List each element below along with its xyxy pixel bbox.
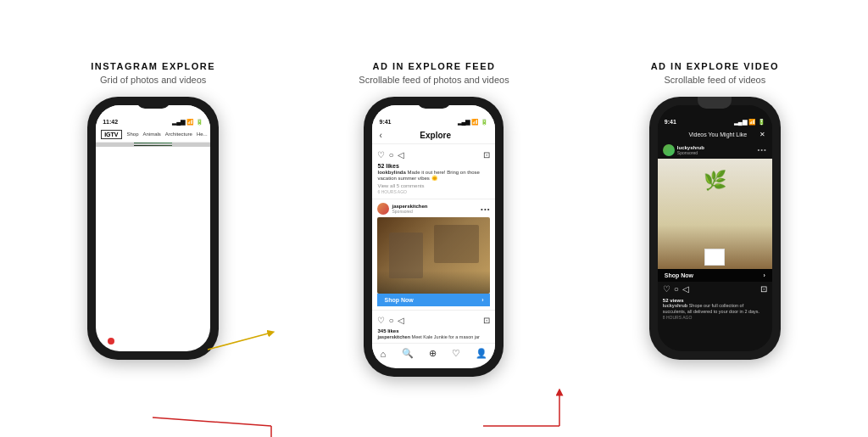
tab-more: He...: [197, 132, 208, 137]
battery-icon-feed: 🔋: [481, 119, 488, 126]
status-icons-video: ▂▄▆ 📶 🔋: [734, 119, 765, 126]
feed-title: Explore: [382, 131, 489, 140]
post-actions: ♡ ○ ◁ ⊡: [377, 148, 490, 162]
feed-post-content: ♡ ○ ◁ ⊡ 52 likes lookbylinda Made it out…: [372, 144, 495, 199]
wifi-icon-feed: 📶: [471, 119, 479, 126]
main-container: INSTAGRAM EXPLORE Grid of photos and vid…: [0, 44, 868, 394]
heart-icon[interactable]: ♡: [377, 150, 385, 160]
shop-now-bar[interactable]: Shop Now ›: [377, 294, 490, 306]
feed-bottom-actions: ♡ ○ ◁ ⊡ 345 likes jasperskitchen Meet Ka…: [372, 310, 495, 343]
post-action-left-2: ♡ ○ ◁: [377, 316, 403, 325]
plant-emoji: 🌿: [704, 170, 726, 192]
igtv-logo: IGTV: [101, 130, 121, 139]
search-nav-icon[interactable]: 🔍: [402, 348, 414, 359]
signal-icon-feed: ▂▄▆: [458, 119, 470, 126]
video-avatar: [663, 144, 675, 156]
video-header: Videos You Might Like ✕: [658, 127, 772, 142]
profile-nav-icon[interactable]: 👤: [476, 348, 487, 359]
shop-now-label: Shop Now: [384, 297, 413, 303]
close-icon[interactable]: ✕: [760, 131, 765, 138]
video-username[interactable]: luckyshrub: [677, 145, 704, 150]
video-caption: luckyshrub Shope our full collection of …: [663, 303, 767, 315]
video-more-icon[interactable]: •••: [757, 146, 766, 154]
sponsored-post: jasperskitchen Sponsored •••: [372, 199, 495, 310]
post-actions-2: ♡ ○ ◁ ⊡: [377, 313, 490, 328]
status-time-explore: 11:42: [103, 119, 118, 125]
home-nav-icon[interactable]: ⌂: [381, 349, 387, 359]
tab-architecture[interactable]: Architecture: [165, 132, 192, 137]
bookmark-icon-2[interactable]: ⊡: [483, 316, 490, 325]
video-sponsored-text: Sponsored: [677, 150, 704, 155]
video-action-left: ♡ ○ ◁: [663, 284, 689, 294]
video-post-actions: ♡ ○ ◁ ⊡: [658, 282, 772, 296]
explore-photo-grid: [96, 143, 210, 147]
share-icon[interactable]: ◁: [398, 150, 404, 160]
comment-icon[interactable]: ○: [388, 150, 393, 160]
notch-explore: [136, 97, 170, 109]
tab-shop[interactable]: Shop: [127, 132, 139, 137]
video-comment-icon[interactable]: ○: [674, 284, 679, 294]
share-icon-2[interactable]: ◁: [398, 316, 404, 325]
red-dot-indicator: [108, 338, 114, 345]
shop-now-arrow: ›: [481, 297, 483, 303]
video-header-title: Videos You Might Like: [676, 132, 760, 137]
post-likes: 52 likes: [377, 163, 490, 169]
video-shop-now-label: Shop Now: [665, 272, 693, 278]
add-nav-icon[interactable]: ⊕: [429, 348, 437, 359]
post-time: 6 HOURS AGO: [377, 189, 490, 194]
video-user-text: luckyshrub Sponsored: [677, 145, 704, 155]
bottom-nav: ⌂ 🔍 ⊕ ♡ 👤: [372, 343, 495, 363]
heart-nav-icon[interactable]: ♡: [452, 348, 460, 359]
section-subtitle-feed: Scrollable feed of photos and videos: [359, 75, 509, 85]
sponsored-info: jasperskitchen Sponsored: [377, 203, 427, 215]
plant-pot: [704, 249, 725, 266]
sponsored-text: jasperskitchen Sponsored: [392, 204, 427, 214]
post-action-left: ♡ ○ ◁: [377, 150, 403, 160]
sections-wrapper: INSTAGRAM EXPLORE Grid of photos and vid…: [25, 61, 843, 377]
feed-caption-text-2: Meet Kale Junkie for a mason jar: [412, 334, 480, 339]
section-ad-explore-video: AD IN EXPLORE VIDEO Scrollable feed of v…: [587, 61, 843, 360]
bookmark-icon[interactable]: ⊡: [483, 150, 490, 160]
video-heart-icon[interactable]: ♡: [663, 284, 670, 294]
signal-icon-video: ▂▄▆: [734, 119, 747, 126]
feed-username-2: jasperskitchen: [377, 334, 410, 339]
grid-cell-10[interactable]: [134, 145, 171, 146]
sponsored-image: [377, 217, 490, 294]
feed-caption-2: jasperskitchen Meet Kale Junkie for a ma…: [377, 334, 490, 339]
phone-inner-explore: 11:42 ▂▄▆ 📶 🔋 IGTV Shop Animals: [96, 105, 210, 351]
phone-feed: 9:41 ▂▄▆ 📶 🔋 ‹ Explore: [364, 97, 504, 377]
post-caption: lookbylinda Made it out here! Bring on t…: [377, 170, 490, 183]
video-shop-now-bar[interactable]: Shop Now ›: [658, 269, 772, 282]
battery-icon: 🔋: [196, 119, 203, 126]
grid-cell-2[interactable]: [134, 143, 171, 143]
tab-animals[interactable]: Animals: [143, 132, 161, 137]
post-username: lookbylinda: [377, 170, 405, 175]
video-post-info: 52 views luckyshrub Shope our full colle…: [658, 296, 772, 322]
status-time-feed: 9:41: [379, 119, 391, 125]
comment-icon-2[interactable]: ○: [388, 316, 393, 325]
status-icons-explore: ▂▄▆ 📶 🔋: [172, 119, 203, 126]
video-shop-now-arrow: ›: [763, 272, 765, 278]
heart-icon-2[interactable]: ♡: [377, 316, 385, 325]
video-time: 8 HOURS AGO: [663, 315, 767, 320]
phone-inner-video: 9:41 ▂▄▆ 📶 🔋 Videos You Might Like ✕: [658, 105, 772, 351]
battery-icon-video: 🔋: [758, 119, 765, 126]
sponsored-label: Sponsored: [392, 209, 427, 214]
video-bookmark-icon[interactable]: ⊡: [760, 284, 767, 294]
section-instagram-explore: INSTAGRAM EXPLORE Grid of photos and vid…: [25, 61, 281, 360]
section-title-feed: AD IN EXPLORE FEED: [373, 61, 496, 71]
explore-nav: IGTV Shop Animals Architecture He...: [96, 127, 210, 143]
phone-explore: 11:42 ▂▄▆ 📶 🔋 IGTV Shop Animals: [87, 97, 219, 360]
section-title-explore: INSTAGRAM EXPLORE: [91, 61, 215, 71]
section-ad-explore-feed: AD IN EXPLORE FEED Scrollable feed of ph…: [306, 61, 561, 377]
video-share-icon[interactable]: ◁: [682, 284, 689, 294]
sponsored-more-icon[interactable]: •••: [481, 205, 490, 213]
phone-video: 9:41 ▂▄▆ 📶 🔋 Videos You Might Like ✕: [649, 97, 781, 360]
section-title-video: AD IN EXPLORE VIDEO: [651, 61, 779, 71]
video-sponsored-header: luckyshrub Sponsored •••: [658, 142, 772, 159]
sponsored-header: jasperskitchen Sponsored •••: [377, 203, 490, 215]
feed-header: ‹ Explore: [372, 127, 495, 144]
post-comments[interactable]: View all 5 comments: [377, 183, 490, 188]
notch-video: [698, 97, 732, 109]
phone-inner-feed: 9:41 ▂▄▆ 📶 🔋 ‹ Explore: [372, 105, 495, 368]
